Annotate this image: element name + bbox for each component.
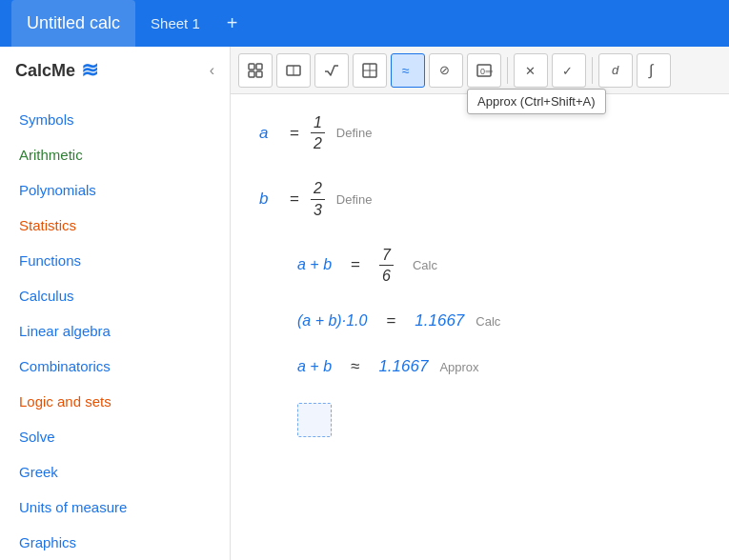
math-equals: =	[386, 311, 395, 330]
math-fraction: 7 6	[379, 246, 394, 285]
svg-text:∫: ∫	[648, 62, 655, 79]
math-row-label: Calc	[413, 258, 437, 272]
math-row-label: Define	[336, 192, 373, 207]
sidebar-item-solve[interactable]: Solve	[0, 419, 230, 454]
empty-cell[interactable]	[297, 403, 332, 437]
matrix2-button[interactable]	[276, 53, 311, 88]
math-result: 1.1667	[415, 311, 464, 330]
svg-rect-2	[249, 71, 254, 77]
fraction-denominator: 2	[311, 133, 325, 152]
logo-text: CalcMe	[15, 61, 75, 81]
noapprox-button[interactable]: ⊘	[429, 53, 463, 88]
approx-tooltip: Approx (Ctrl+Shift+A)	[467, 89, 606, 114]
check-button[interactable]: ✓	[552, 53, 586, 88]
table-row: a + b ≈ 1.1667 Approx	[259, 357, 700, 376]
sidebar-item-linear-algebra[interactable]: Linear algebra	[0, 313, 230, 349]
svg-rect-1	[256, 64, 262, 70]
svg-rect-3	[256, 71, 262, 77]
math-expression: a + b	[297, 256, 332, 273]
integral-button[interactable]: ∫	[637, 53, 671, 88]
table-row: b = 2 3 Define	[259, 179, 700, 218]
logo: CalcMe ≋	[15, 58, 98, 83]
cross-button[interactable]: ✕	[514, 53, 548, 88]
logo-icon: ≋	[81, 58, 98, 83]
math-equals: =	[290, 190, 299, 209]
toolbar-separator	[507, 57, 508, 84]
math-row-label: Approx	[439, 360, 478, 374]
fraction-denominator: 6	[379, 266, 394, 285]
bracket-button[interactable]	[353, 53, 387, 88]
svg-text:≈: ≈	[402, 63, 410, 78]
math-expression: (a + b)·1.0	[297, 312, 367, 330]
sidebar-item-symbols[interactable]: Symbols	[0, 102, 230, 137]
sidebar-item-arithmetic[interactable]: Arithmetic	[0, 137, 230, 172]
math-variable: b	[259, 190, 278, 209]
document-title[interactable]: Untitled calc	[11, 0, 135, 47]
math-equals: =	[351, 255, 360, 274]
fraction-denominator: 3	[311, 200, 325, 219]
worksheet[interactable]: a = 1 2 Define b = 2 3 Define a	[231, 94, 729, 560]
calc-button[interactable]: 0⟹	[467, 53, 501, 88]
math-result: 1.1667	[378, 357, 428, 376]
toolbar: ≈ ⊘ 0⟹ ✕	[231, 47, 729, 94]
fraction-numerator: 7	[379, 246, 394, 266]
approx-button[interactable]: ≈	[391, 53, 425, 88]
sidebar: CalcMe ≋ ‹ Symbols Arithmetic Polynomial…	[0, 47, 231, 560]
sidebar-nav: Symbols Arithmetic Polynomials Statistic…	[0, 94, 230, 560]
math-row-label: Define	[336, 126, 373, 140]
fraction-numerator: 2	[311, 179, 325, 199]
sidebar-item-polynomials[interactable]: Polynomials	[0, 172, 230, 208]
svg-text:0⟹: 0⟹	[480, 67, 493, 76]
math-variable: a	[259, 124, 278, 143]
sidebar-item-functions[interactable]: Functions	[0, 243, 230, 278]
add-tab-button[interactable]: +	[215, 0, 250, 47]
sidebar-item-units-of-measure[interactable]: Units of measure	[0, 490, 230, 525]
matrix-button[interactable]	[238, 53, 273, 88]
sidebar-item-graphics[interactable]: Graphics	[0, 525, 230, 560]
sheet-tab[interactable]: Sheet 1	[135, 0, 215, 47]
math-approx-sign: ≈	[351, 357, 359, 376]
sidebar-item-greek[interactable]: Greek	[0, 454, 230, 490]
sidebar-item-statistics[interactable]: Statistics	[0, 208, 230, 243]
svg-rect-0	[249, 64, 254, 70]
sqrt-button[interactable]	[314, 53, 349, 88]
math-fraction: 2 3	[311, 179, 325, 218]
svg-text:✕: ✕	[525, 64, 536, 78]
derivative-button[interactable]: d	[598, 53, 633, 88]
collapse-button[interactable]: ‹	[210, 62, 214, 79]
fraction-numerator: 1	[311, 113, 325, 133]
sidebar-item-logic-and-sets[interactable]: Logic and sets	[0, 384, 230, 419]
math-expression: a + b	[297, 358, 332, 375]
math-row-label: Calc	[476, 314, 500, 329]
main-layout: CalcMe ≋ ‹ Symbols Arithmetic Polynomial…	[0, 47, 729, 560]
svg-text:d: d	[612, 63, 619, 77]
toolbar-separator2	[592, 57, 593, 84]
math-equals: =	[290, 124, 299, 143]
sidebar-item-calculus[interactable]: Calculus	[0, 278, 230, 313]
header: Untitled calc Sheet 1 +	[0, 0, 729, 47]
table-row: a + b = 7 6 Calc	[259, 246, 700, 285]
content-area: ≈ ⊘ 0⟹ ✕	[231, 47, 729, 560]
svg-text:⊘: ⊘	[439, 63, 450, 77]
sidebar-header: CalcMe ≋ ‹	[0, 47, 230, 94]
sidebar-item-combinatorics[interactable]: Combinatorics	[0, 349, 230, 384]
table-row: a = 1 2 Define	[259, 113, 700, 152]
math-fraction: 1 2	[311, 113, 325, 152]
table-row: (a + b)·1.0 = 1.1667 Calc	[259, 311, 700, 330]
svg-text:✓: ✓	[562, 64, 573, 78]
